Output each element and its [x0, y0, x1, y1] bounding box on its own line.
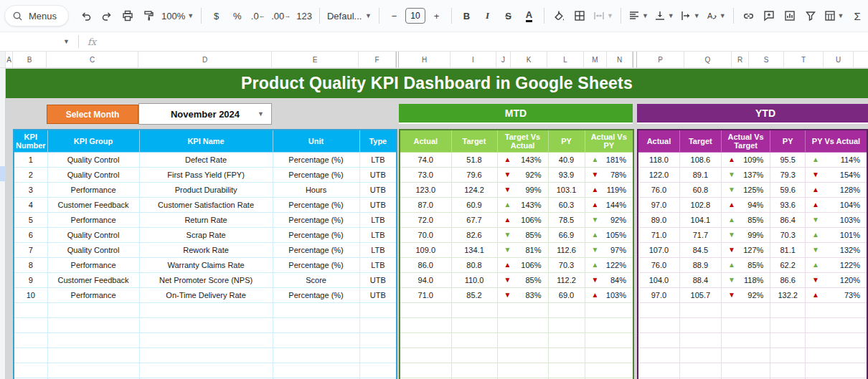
functions-button[interactable]: Σ	[848, 6, 867, 26]
ytd-actual-cell[interactable]: 97.0	[638, 197, 679, 212]
unit-cell[interactable]: Percentage (%)	[273, 242, 359, 257]
col-header-kpi-number[interactable]: KPI Number	[14, 130, 47, 152]
mtd-actual-cell[interactable]: 74.0	[400, 152, 451, 167]
table-views-button[interactable]: ▼	[822, 6, 846, 26]
kpi-number-cell[interactable]: 7	[14, 242, 47, 257]
col-header-mtd-actual-vs-py[interactable]: Actual Vs PY	[585, 130, 633, 152]
horizontal-align-button[interactable]: ▼	[626, 6, 651, 26]
empty-cell[interactable]	[721, 347, 770, 363]
column-header-Q[interactable]: Q	[684, 52, 732, 68]
ytd-py-cell[interactable]: 132.2	[770, 287, 806, 302]
empty-cell[interactable]	[497, 347, 548, 363]
ytd-actual-vs-target-cell[interactable]: ▲109%	[721, 152, 770, 167]
unit-cell[interactable]: Percentage (%)	[273, 152, 359, 167]
col-header-mtd-actual[interactable]: Actual	[400, 130, 451, 152]
empty-cell[interactable]	[451, 302, 497, 317]
kpi-name-cell[interactable]: Return Rate	[139, 212, 273, 227]
mtd-target-cell[interactable]: 79.6	[451, 167, 497, 182]
mtd-py-cell[interactable]: 93.9	[548, 167, 585, 182]
empty-cell[interactable]	[805, 332, 867, 347]
kpi-group-cell[interactable]: Quality Control	[47, 227, 139, 242]
insert-link-button[interactable]	[739, 6, 758, 26]
empty-cell[interactable]	[14, 332, 47, 347]
column-header-F[interactable]: F	[359, 52, 396, 68]
type-cell[interactable]: UTB	[359, 182, 397, 197]
mtd-py-cell[interactable]: 112.2	[548, 272, 585, 287]
font-size-input[interactable]	[405, 8, 425, 24]
kpi-group-cell[interactable]: Performance	[47, 182, 139, 197]
ytd-actual-cell[interactable]: 97.0	[638, 287, 679, 302]
text-rotation-button[interactable]: A▼	[704, 6, 728, 26]
type-cell[interactable]: LTB	[359, 257, 397, 272]
ytd-py-cell[interactable]: 93.6	[770, 197, 806, 212]
redo-button[interactable]	[97, 6, 116, 26]
col-header-type[interactable]: Type	[359, 130, 397, 152]
empty-cell[interactable]	[359, 302, 397, 317]
mtd-actual-cell[interactable]: 70.0	[400, 227, 451, 242]
kpi-group-cell[interactable]: Customer Feedback	[47, 272, 139, 287]
col-header-ytd-target[interactable]: Target	[679, 130, 721, 152]
ytd-py-cell[interactable]: 70.3	[770, 227, 806, 242]
ytd-py-vs-actual-cell[interactable]: ▲128%	[805, 182, 867, 197]
ytd-py-cell[interactable]: 95.5	[770, 152, 806, 167]
ytd-target-cell[interactable]: 102.8	[679, 197, 721, 212]
column-header-H[interactable]: H	[399, 52, 450, 68]
ytd-actual-cell[interactable]: 107.0	[638, 242, 679, 257]
mtd-target-vs-actual-cell[interactable]: ▼81%	[497, 242, 548, 257]
ytd-py-cell[interactable]: 79.3	[770, 167, 806, 182]
vertical-align-button[interactable]: ▼	[652, 6, 676, 26]
mtd-actual-vs-py-cell[interactable]: ▲122%	[585, 257, 633, 272]
ytd-actual-vs-target-cell[interactable]: ▼137%	[721, 167, 770, 182]
unit-cell[interactable]: Percentage (%)	[273, 197, 359, 212]
ytd-py-cell[interactable]: 59.6	[770, 182, 806, 197]
column-header-J[interactable]: J	[496, 52, 511, 68]
empty-cell[interactable]	[638, 317, 679, 332]
ytd-actual-cell[interactable]: 71.0	[638, 227, 679, 242]
ytd-actual-vs-target-cell[interactable]: ▼118%	[721, 272, 770, 287]
currency-format-button[interactable]: $	[207, 6, 226, 26]
col-header-ytd-actual-vs-target[interactable]: Actual Vs Target	[721, 130, 770, 152]
mtd-target-cell[interactable]: 110.0	[451, 272, 497, 287]
mtd-py-cell[interactable]: 69.0	[548, 287, 585, 302]
mtd-py-cell[interactable]: 70.3	[548, 257, 585, 272]
col-header-mtd-target-vs-actual[interactable]: Target Vs Actual	[497, 130, 548, 152]
filter-icon[interactable]	[801, 6, 821, 26]
col-header-mtd-target[interactable]: Target	[451, 130, 497, 152]
mtd-actual-vs-py-cell[interactable]: ▲181%	[585, 152, 633, 167]
ytd-py-vs-actual-cell[interactable]: ▼103%	[805, 212, 867, 227]
empty-cell[interactable]	[497, 363, 548, 378]
empty-cell[interactable]	[585, 363, 633, 378]
unit-cell[interactable]: Percentage (%)	[273, 287, 359, 302]
mtd-target-cell[interactable]: 134.1	[451, 242, 497, 257]
empty-cell[interactable]	[359, 332, 397, 347]
empty-cell[interactable]	[359, 363, 397, 378]
ytd-actual-vs-target-cell[interactable]: ▼99%	[721, 227, 770, 242]
col-header-kpi-name[interactable]: KPI Name	[139, 130, 273, 152]
fill-color-button[interactable]	[549, 6, 569, 26]
mtd-actual-cell[interactable]: 94.0	[400, 272, 451, 287]
type-cell[interactable]: LTB	[359, 242, 397, 257]
empty-cell[interactable]	[14, 317, 47, 332]
empty-cell[interactable]	[548, 302, 585, 317]
ytd-target-cell[interactable]: 71.7	[679, 227, 721, 242]
empty-cell[interactable]	[585, 332, 633, 347]
empty-cell[interactable]	[47, 317, 139, 332]
merge-cells-button[interactable]: ▼	[591, 6, 615, 26]
bold-button[interactable]: B	[457, 6, 476, 26]
empty-cell[interactable]	[548, 317, 585, 332]
mtd-actual-cell[interactable]: 123.0	[400, 182, 451, 197]
mtd-target-vs-actual-cell[interactable]: ▲106%	[497, 212, 548, 227]
empty-cell[interactable]	[548, 332, 585, 347]
column-header-N[interactable]: N	[607, 52, 633, 68]
type-cell[interactable]: UTB	[359, 287, 397, 302]
empty-cell[interactable]	[721, 332, 770, 347]
ytd-py-cell[interactable]: 62.2	[770, 257, 806, 272]
empty-cell[interactable]	[400, 347, 451, 363]
col-header-mtd-py[interactable]: PY	[548, 130, 585, 152]
empty-cell[interactable]	[679, 302, 721, 317]
mtd-py-cell[interactable]: 112.6	[548, 242, 585, 257]
empty-cell[interactable]	[400, 302, 451, 317]
empty-cell[interactable]	[400, 363, 451, 378]
column-header-V[interactable]: V	[854, 52, 868, 68]
empty-cell[interactable]	[359, 347, 397, 363]
